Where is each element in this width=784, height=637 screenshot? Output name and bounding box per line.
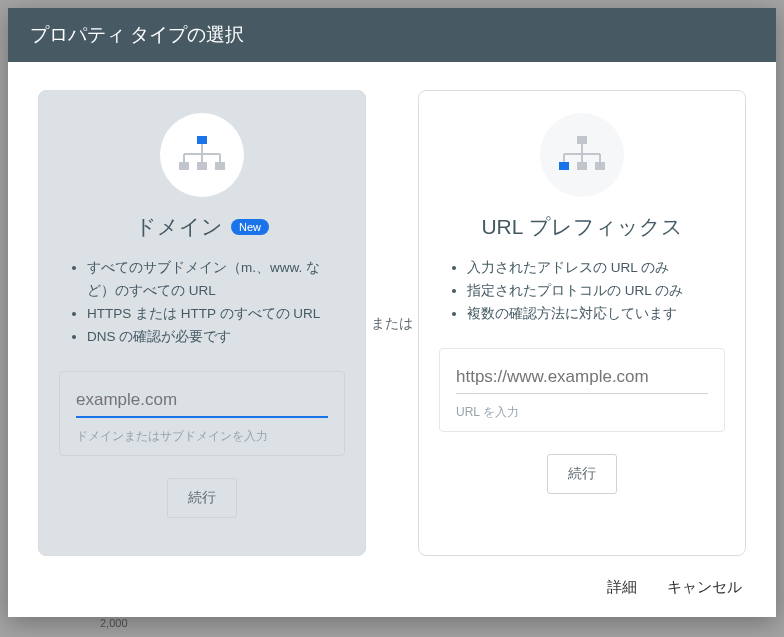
svg-rect-7 [197,162,207,170]
domain-icon-circle [160,113,244,197]
domain-input-wrap: ドメインまたはサブドメインを入力 [59,371,345,456]
url-card-title-row: URL プレフィックス [481,213,682,241]
domain-input[interactable] [76,386,328,418]
sitemap-icon [174,134,230,176]
dialog-footer: 詳細 キャンセル [8,566,776,617]
dialog-body: ドメイン New すべてのサブドメイン（m.、www. など）のすべての URL… [8,62,776,566]
domain-card[interactable]: ドメイン New すべてのサブドメイン（m.、www. など）のすべての URL… [38,90,366,556]
domain-input-hint: ドメインまたはサブドメインを入力 [76,428,328,445]
svg-rect-8 [215,162,225,170]
property-type-dialog: プロパティ タイプの選択 [8,8,776,617]
url-input-hint: URL を入力 [456,404,708,421]
url-icon-circle [540,113,624,197]
details-button[interactable]: 詳細 [607,578,637,597]
url-bullet: 指定されたプロトコルの URL のみ [467,280,719,303]
modal-backdrop: 2,000 プロパティ タイプの選択 [0,0,784,637]
svg-rect-9 [577,136,587,144]
domain-bullet: すべてのサブドメイン（m.、www. など）のすべての URL [87,257,339,303]
domain-bullets: すべてのサブドメイン（m.、www. など）のすべての URL HTTPS また… [59,257,345,349]
domain-bullet: DNS の確認が必要です [87,326,339,349]
background-number: 2,000 [100,617,128,629]
dialog-title: プロパティ タイプの選択 [8,8,776,62]
url-bullet: 入力されたアドレスの URL のみ [467,257,719,280]
svg-rect-6 [179,162,189,170]
domain-bullet: HTTPS または HTTP のすべての URL [87,303,339,326]
or-divider: または [366,90,418,556]
domain-continue-button[interactable]: 続行 [167,478,237,518]
cancel-button[interactable]: キャンセル [667,578,742,597]
url-bullet: 複数の確認方法に対応しています [467,303,719,326]
sitemap-icon [554,134,610,176]
svg-rect-17 [595,162,605,170]
url-bullets: 入力されたアドレスの URL のみ 指定されたプロトコルの URL のみ 複数の… [439,257,725,326]
url-input[interactable] [456,363,708,394]
svg-rect-15 [559,162,569,170]
domain-card-title: ドメイン [135,213,223,241]
domain-card-title-row: ドメイン New [135,213,269,241]
url-prefix-card[interactable]: URL プレフィックス 入力されたアドレスの URL のみ 指定されたプロトコル… [418,90,746,556]
new-badge: New [231,219,269,235]
url-continue-button[interactable]: 続行 [547,454,617,494]
svg-rect-0 [197,136,207,144]
svg-rect-16 [577,162,587,170]
url-input-wrap: URL を入力 [439,348,725,432]
url-card-title: URL プレフィックス [481,213,682,241]
